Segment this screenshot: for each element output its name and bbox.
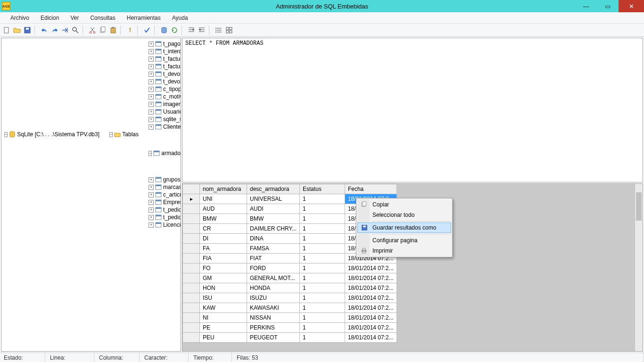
minimize-button[interactable]: — xyxy=(575,0,597,12)
cell[interactable]: UNIVERSAL xyxy=(247,194,300,204)
cell[interactable]: 18/01/2014 07:2... xyxy=(345,283,396,293)
expand-toggle[interactable]: − xyxy=(109,132,113,137)
grid-icon[interactable] xyxy=(224,25,234,35)
cell[interactable]: GENERAL MOT... xyxy=(247,273,300,283)
cell[interactable]: 1 xyxy=(299,244,345,254)
cell[interactable]: 1 xyxy=(299,263,345,273)
tree-table[interactable]: c_tipopago_tip2 xyxy=(163,85,181,93)
expand-toggle[interactable]: − xyxy=(4,132,8,137)
tree-table[interactable]: Empresa xyxy=(163,198,181,206)
tree-table[interactable]: t_facturaspendientesdet_fpd2 xyxy=(163,63,181,70)
cell[interactable]: 1 xyxy=(299,214,345,224)
close-button[interactable]: ✕ xyxy=(619,0,644,12)
cell[interactable]: NISSAN xyxy=(247,313,300,323)
tree-table[interactable]: marcas xyxy=(163,183,181,191)
cell[interactable]: BMW xyxy=(247,214,300,224)
context-seleccionar-todo[interactable]: Seleccionar todo xyxy=(357,210,451,220)
context-configurar-pagina[interactable]: Configurar pagina xyxy=(357,235,451,246)
list-icon[interactable] xyxy=(214,25,223,35)
indent-left-icon[interactable] xyxy=(187,25,196,35)
menu-herramientas[interactable]: Herramientas xyxy=(122,14,165,22)
expand-toggle[interactable]: + xyxy=(149,102,154,107)
expand-toggle[interactable]: + xyxy=(149,64,154,69)
menu-ayuda[interactable]: Ayuda xyxy=(167,14,193,22)
row-header[interactable] xyxy=(183,283,200,293)
save-icon[interactable] xyxy=(23,25,32,35)
check-icon[interactable] xyxy=(142,25,152,35)
tree-table[interactable]: c_motivo_dev2 xyxy=(163,93,181,100)
cell[interactable]: CR xyxy=(200,224,247,234)
cell[interactable]: 1 xyxy=(299,224,345,234)
expand-toggle[interactable]: + xyxy=(149,87,154,92)
tree-table-armadoras[interactable]: armadoras xyxy=(161,149,181,157)
sql-editor[interactable]: SELECT * FROM ARMADORAS xyxy=(182,38,643,182)
cell[interactable]: 18/01/2014 07:2... xyxy=(345,273,396,283)
row-header[interactable] xyxy=(183,224,200,234)
maximize-button[interactable]: ▭ xyxy=(597,0,619,12)
expand-toggle[interactable]: + xyxy=(149,41,154,47)
cell[interactable]: DI xyxy=(200,234,247,244)
cell[interactable]: 1 xyxy=(299,194,345,204)
cell[interactable]: PE xyxy=(200,323,247,333)
redo-icon[interactable] xyxy=(50,25,59,35)
cell[interactable]: PEUGEOT xyxy=(247,333,300,343)
menu-ver[interactable]: Ver xyxy=(66,14,83,22)
cell[interactable]: 18/01/2014 07:2... xyxy=(345,313,396,323)
row-header[interactable] xyxy=(183,303,200,313)
cell[interactable]: DINA xyxy=(247,234,300,244)
tree-table[interactable]: c_articulo_artpd xyxy=(163,191,181,198)
context-copiar[interactable]: Copiar xyxy=(357,199,451,210)
tree-table[interactable]: t_pedidoheader_ped2 xyxy=(163,206,181,214)
indent-right-icon[interactable] xyxy=(197,25,206,35)
undo-icon[interactable] xyxy=(40,25,49,35)
cell[interactable]: PEU xyxy=(200,333,247,343)
expand-toggle[interactable]: + xyxy=(149,79,154,84)
expand-toggle[interactable]: + xyxy=(149,72,154,77)
tree-table[interactable]: Usuarios xyxy=(163,108,181,115)
row-header[interactable] xyxy=(183,333,200,343)
cell[interactable]: FORD xyxy=(247,263,300,273)
open-icon[interactable] xyxy=(12,25,22,35)
cell[interactable]: FAMSA xyxy=(247,244,300,254)
expand-toggle[interactable]: + xyxy=(149,192,154,197)
expand-toggle[interactable]: + xyxy=(149,117,154,122)
tree-table[interactable]: Licencia xyxy=(163,221,181,229)
context-guardar-resultados[interactable]: Guardar resultados como xyxy=(357,222,451,233)
menu-archivo[interactable]: Archivo xyxy=(6,14,34,22)
row-header[interactable] xyxy=(183,273,200,283)
row-header-corner[interactable] xyxy=(183,184,200,194)
row-header[interactable] xyxy=(183,323,200,333)
cell[interactable]: 18/01/2014 07:2... xyxy=(345,323,396,333)
vertical-scrollbar[interactable] xyxy=(635,184,643,351)
row-header[interactable] xyxy=(183,234,200,244)
cell[interactable]: HON xyxy=(200,283,247,293)
database-icon[interactable] xyxy=(159,25,169,35)
col-header[interactable]: Fecha xyxy=(345,184,396,194)
goto-icon[interactable] xyxy=(60,25,70,35)
row-header[interactable] xyxy=(183,263,200,273)
copy-icon[interactable] xyxy=(98,25,107,35)
cell[interactable]: ISUZU xyxy=(247,293,300,303)
cell[interactable]: GM xyxy=(200,273,247,283)
row-header[interactable] xyxy=(183,214,200,224)
context-imprimir[interactable]: Imprimir xyxy=(357,246,451,256)
cell[interactable]: AUD xyxy=(200,204,247,214)
expand-toggle[interactable]: + xyxy=(149,200,154,205)
menu-edicion[interactable]: Edicion xyxy=(36,14,64,22)
cell[interactable]: FIA xyxy=(200,254,247,263)
expand-toggle[interactable]: + xyxy=(149,207,154,213)
expand-toggle[interactable]: + xyxy=(149,177,154,182)
cell[interactable]: HONDA xyxy=(247,283,300,293)
tree-table[interactable]: grupos xyxy=(163,176,181,183)
expand-toggle[interactable]: + xyxy=(149,222,154,228)
expand-toggle[interactable]: + xyxy=(149,185,154,190)
tree-table[interactable]: t_pedidodetalle_ped2 xyxy=(163,214,181,221)
cell[interactable]: 18/01/2014 07:2... xyxy=(345,333,396,343)
new-icon[interactable] xyxy=(2,25,11,35)
cell[interactable]: 1 xyxy=(299,254,345,263)
col-header[interactable]: desc_armadora xyxy=(247,184,300,194)
cell[interactable]: FIAT xyxy=(247,254,300,263)
tree-table[interactable]: t_devoluciondetalle_dev2 xyxy=(163,78,181,85)
cell[interactable]: 1 xyxy=(299,293,345,303)
cell[interactable]: 1 xyxy=(299,273,345,283)
